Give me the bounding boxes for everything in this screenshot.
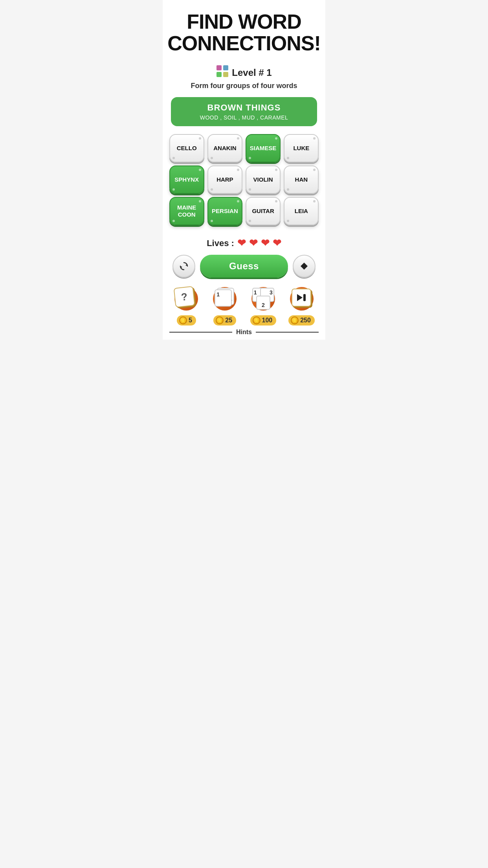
grid-row-1: CELLO ANAKIN SIAMESE LUKE bbox=[169, 134, 319, 162]
hint-2-icon: 2 1 bbox=[211, 285, 239, 313]
hint-reveal-all[interactable]: 1 3 2 ⭐ 100 bbox=[246, 285, 281, 326]
coin-icon-1: ⭐ bbox=[179, 316, 187, 324]
solved-group-words: WOOD , SOIL , MUD , CARAMEL bbox=[177, 114, 311, 121]
grid-row-2: SPHYNX HARP VIOLIN HAN bbox=[169, 166, 319, 194]
tile-siamese[interactable]: SIAMESE bbox=[246, 134, 281, 162]
lives-label: Lives : bbox=[207, 238, 234, 248]
hints-grid: ? ⭐ 5 2 bbox=[169, 285, 319, 326]
svg-rect-0 bbox=[216, 65, 222, 70]
heart-3: ❤ bbox=[261, 237, 270, 249]
svg-rect-3 bbox=[223, 72, 228, 77]
tile-guitar[interactable]: GUITAR bbox=[246, 197, 281, 225]
title-line1: FIND WORD bbox=[187, 10, 301, 33]
coin-icon-3: ⭐ bbox=[253, 316, 261, 324]
hints-label: Hints bbox=[236, 329, 252, 336]
hint-4-cost: ⭐ 250 bbox=[288, 315, 315, 326]
hint-3-cost: ⭐ 100 bbox=[250, 315, 277, 326]
hint-3-cost-num: 100 bbox=[262, 317, 273, 324]
tile-luke[interactable]: LUKE bbox=[284, 134, 319, 162]
tile-harp[interactable]: HARP bbox=[207, 166, 242, 194]
svg-marker-6 bbox=[301, 263, 308, 270]
heart-1: ❤ bbox=[237, 237, 246, 249]
hint-1-icon: ? bbox=[172, 285, 200, 313]
tile-persian[interactable]: PERSIAN bbox=[207, 197, 242, 225]
level-row: Level # 1 bbox=[216, 65, 272, 80]
tile-sphynx[interactable]: SPHYNX bbox=[169, 166, 204, 194]
coin-icon-2: ⭐ bbox=[216, 316, 224, 324]
heart-4: ❤ bbox=[273, 237, 281, 249]
heart-2: ❤ bbox=[249, 237, 258, 249]
hints-line-left bbox=[169, 332, 232, 333]
tile-violin[interactable]: VIOLIN bbox=[246, 166, 281, 194]
level-icon bbox=[216, 65, 229, 80]
hint-2-cost-num: 25 bbox=[225, 317, 232, 324]
level-section: Level # 1 Form four groups of four words bbox=[191, 58, 297, 93]
tile-maine-coon[interactable]: MAINECOON bbox=[169, 197, 204, 225]
coin-icon-4: ⭐ bbox=[291, 316, 299, 324]
tile-han[interactable]: HAN bbox=[284, 166, 319, 194]
svg-rect-2 bbox=[216, 72, 222, 77]
level-subtitle: Form four groups of four words bbox=[191, 82, 297, 90]
hint-question-mark[interactable]: ? ⭐ 5 bbox=[169, 285, 204, 326]
title-section: FIND WORD CONNECTIONS! bbox=[163, 0, 325, 58]
hint-1-cost: ⭐ 5 bbox=[177, 315, 196, 326]
hint-4-icon bbox=[288, 285, 316, 313]
solved-group-title: BROWN THINGS bbox=[177, 103, 311, 113]
title-line2: CONNECTIONS! bbox=[167, 32, 321, 55]
level-label: Level # 1 bbox=[232, 67, 272, 78]
hint-skip[interactable]: ⭐ 250 bbox=[284, 285, 319, 326]
hints-line-right bbox=[256, 332, 319, 333]
erase-button[interactable] bbox=[293, 255, 316, 278]
hint-1-cost-num: 5 bbox=[189, 317, 192, 324]
hint-4-cost-num: 250 bbox=[300, 317, 311, 324]
svg-marker-7 bbox=[297, 294, 303, 301]
svg-rect-8 bbox=[303, 294, 306, 301]
shuffle-button[interactable] bbox=[172, 255, 195, 278]
tile-anakin[interactable]: ANAKIN bbox=[207, 134, 242, 162]
main-title: FIND WORD CONNECTIONS! bbox=[167, 11, 321, 54]
hints-section: ? ⭐ 5 2 bbox=[169, 285, 319, 336]
guess-button[interactable]: Guess bbox=[200, 255, 288, 278]
hint-3-icon: 1 3 2 bbox=[249, 285, 277, 313]
grid-section: CELLO ANAKIN SIAMESE LUKE SPHYNX HARP VI… bbox=[169, 134, 319, 228]
solved-banner: BROWN THINGS WOOD , SOIL , MUD , CARAMEL bbox=[171, 97, 317, 126]
hints-label-row: Hints bbox=[169, 329, 319, 336]
hint-reveal-one[interactable]: 2 1 ⭐ 25 bbox=[207, 285, 242, 326]
action-row: Guess bbox=[172, 255, 316, 278]
grid-row-3: MAINECOON PERSIAN GUITAR LEIA bbox=[169, 197, 319, 225]
page-wrapper: FIND WORD CONNECTIONS! Level # 1 Form fo… bbox=[163, 0, 325, 340]
lives-section: Lives : ❤ ❤ ❤ ❤ bbox=[207, 237, 281, 249]
tile-cello[interactable]: CELLO bbox=[169, 134, 204, 162]
svg-rect-1 bbox=[223, 65, 228, 70]
hint-2-cost: ⭐ 25 bbox=[213, 315, 236, 326]
tile-leia[interactable]: LEIA bbox=[284, 197, 319, 225]
